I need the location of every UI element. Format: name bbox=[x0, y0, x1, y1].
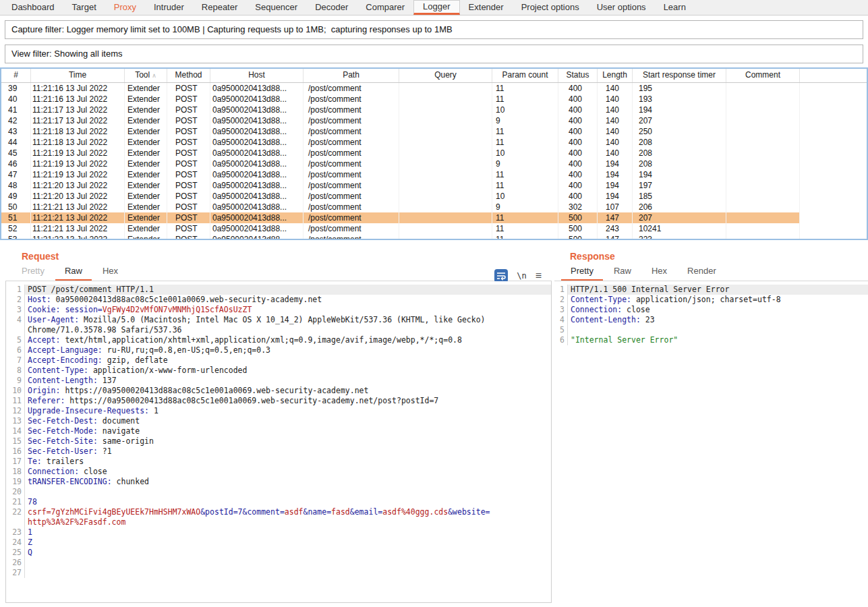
cell: /post/comment bbox=[303, 115, 399, 126]
line-number: 2 bbox=[6, 295, 25, 305]
cell: 11 bbox=[492, 234, 558, 239]
cell: /post/comment bbox=[303, 180, 399, 191]
cell: Extender bbox=[125, 94, 167, 105]
line-content: "Internal Server Error" bbox=[568, 335, 868, 345]
tab-logger[interactable]: Logger bbox=[413, 0, 459, 15]
column-header-status[interactable]: Status bbox=[558, 69, 598, 82]
cell bbox=[726, 137, 800, 148]
tab-pretty[interactable]: Pretty bbox=[561, 263, 603, 281]
request-editor[interactable]: 1POST /post/comment HTTP/1.12Host: 0a950… bbox=[5, 281, 552, 603]
column-header-startresponsetimer[interactable]: Start response timer bbox=[633, 69, 726, 82]
tab-learn[interactable]: Learn bbox=[655, 0, 695, 15]
editor-line: 5 bbox=[554, 325, 868, 335]
cell: POST bbox=[167, 148, 210, 158]
column-header-query[interactable]: Query bbox=[399, 69, 492, 82]
cell: 140 bbox=[598, 94, 633, 105]
tab-dashboard[interactable]: Dashboard bbox=[3, 0, 63, 15]
column-header-comment[interactable]: Comment bbox=[726, 69, 800, 82]
tab-pretty[interactable]: Pretty bbox=[12, 263, 54, 281]
tab-render[interactable]: Render bbox=[678, 263, 726, 281]
column-header-time[interactable]: Time bbox=[31, 69, 125, 82]
column-header-paramcount[interactable]: Param count bbox=[492, 69, 558, 82]
editor-line: 19tRANSFER-ENCODING: chunked bbox=[6, 477, 551, 487]
table-row[interactable]: 4411:21:18 13 Jul 2022ExtenderPOST0a9500… bbox=[1, 137, 800, 148]
response-panel: Response PrettyRawHexRender 1HTTP/1.1 50… bbox=[554, 243, 868, 607]
tab-project-options[interactable]: Project options bbox=[513, 0, 588, 15]
cell: 11 bbox=[492, 83, 558, 94]
tab-raw[interactable]: Raw bbox=[604, 263, 641, 281]
line-number: 21 bbox=[6, 497, 25, 507]
tab-proxy[interactable]: Proxy bbox=[105, 0, 145, 15]
cell: 500 bbox=[558, 223, 598, 234]
table-row[interactable]: 4111:21:17 13 Jul 2022ExtenderPOST0a9500… bbox=[1, 105, 800, 115]
cell bbox=[726, 180, 800, 191]
tab-sequencer[interactable]: Sequencer bbox=[246, 0, 306, 15]
table-row[interactable]: 4611:21:19 13 Jul 2022ExtenderPOST0a9500… bbox=[1, 158, 800, 169]
menu-icon[interactable]: ≡ bbox=[536, 269, 542, 283]
line-number: 27 bbox=[6, 568, 25, 578]
response-editor[interactable]: 1HTTP/1.1 500 Internal Server Error2Cont… bbox=[554, 281, 868, 607]
table-row[interactable]: 3911:21:16 13 Jul 2022ExtenderPOST0a9500… bbox=[1, 83, 800, 94]
tab-decoder[interactable]: Decoder bbox=[306, 0, 357, 15]
tab-comparer[interactable]: Comparer bbox=[357, 0, 413, 15]
column-header-length[interactable]: Length bbox=[598, 69, 633, 82]
cell: 40 bbox=[1, 94, 31, 105]
tab-raw[interactable]: Raw bbox=[55, 263, 92, 281]
table-row[interactable]: 4511:21:19 13 Jul 2022ExtenderPOST0a9500… bbox=[1, 148, 800, 158]
table-row[interactable]: 5111:21:21 13 Jul 2022ExtenderPOST0a9500… bbox=[1, 212, 800, 223]
editor-line: 4Content-Length: 23 bbox=[554, 315, 868, 325]
view-filter-bar[interactable]: View filter: Showing all items bbox=[5, 45, 863, 63]
column-header-method[interactable]: Method bbox=[167, 69, 210, 82]
cell: 207 bbox=[633, 115, 726, 126]
column-header-host[interactable]: Host bbox=[210, 69, 303, 82]
table-row[interactable]: 4211:21:17 13 Jul 2022ExtenderPOST0a9500… bbox=[1, 115, 800, 126]
cell bbox=[399, 223, 492, 234]
cell: Extender bbox=[125, 126, 167, 137]
cell: 207 bbox=[633, 212, 726, 223]
cell: Extender bbox=[125, 83, 167, 94]
table-row[interactable]: 4011:21:16 13 Jul 2022ExtenderPOST0a9500… bbox=[1, 94, 800, 105]
cell: 41 bbox=[1, 105, 31, 115]
tab-repeater[interactable]: Repeater bbox=[193, 0, 246, 15]
tab-user-options[interactable]: User options bbox=[588, 0, 655, 15]
cell: POST bbox=[167, 169, 210, 180]
table-row[interactable]: 4711:21:19 13 Jul 2022ExtenderPOST0a9500… bbox=[1, 169, 800, 180]
tab-target[interactable]: Target bbox=[63, 0, 105, 15]
line-content: Sec-Fetch-User: ?1 bbox=[25, 446, 551, 457]
cell: 47 bbox=[1, 169, 31, 180]
tab-hex[interactable]: Hex bbox=[642, 263, 676, 281]
cell: 500 bbox=[558, 212, 598, 223]
table-row[interactable]: 5311:21:22 13 Jul 2022ExtenderPOST0a9500… bbox=[1, 234, 800, 239]
tab-intruder[interactable]: Intruder bbox=[145, 0, 193, 15]
editor-line: 7Accept-Encoding: gzip, deflate bbox=[6, 355, 551, 366]
cell: 11:21:21 13 Jul 2022 bbox=[31, 202, 125, 212]
table-row[interactable]: 4911:21:20 13 Jul 2022ExtenderPOST0a9500… bbox=[1, 191, 800, 202]
cell: POST bbox=[167, 105, 210, 115]
newline-toggle-icon[interactable]: \n bbox=[517, 271, 526, 281]
line-number: 5 bbox=[6, 335, 25, 345]
table-row[interactable]: 4811:21:20 13 Jul 2022ExtenderPOST0a9500… bbox=[1, 180, 800, 191]
word-wrap-icon[interactable] bbox=[494, 269, 508, 283]
line-content: Cookie: session=VgFWy4D2vMfON7vMNMhjQ1Sc… bbox=[25, 305, 551, 315]
column-header-path[interactable]: Path bbox=[303, 69, 399, 82]
line-number: 23 bbox=[6, 527, 25, 538]
cell: 0a9500020413d88... bbox=[210, 212, 303, 223]
table-row[interactable]: 5211:21:21 13 Jul 2022ExtenderPOST0a9500… bbox=[1, 223, 800, 234]
cell: 194 bbox=[598, 191, 633, 202]
column-header-[interactable]: # bbox=[1, 69, 31, 82]
cell: 11 bbox=[492, 169, 558, 180]
main-tabbar: DashboardTargetProxyIntruderRepeaterSequ… bbox=[0, 0, 868, 16]
cell: 194 bbox=[633, 169, 726, 180]
editor-line: 10Origin: https://0a9500020413d88ac08c5c… bbox=[6, 386, 551, 396]
cell: 11:21:18 13 Jul 2022 bbox=[31, 137, 125, 148]
column-header-tool[interactable]: Tool∧ bbox=[125, 69, 167, 82]
table-row[interactable]: 5011:21:21 13 Jul 2022ExtenderPOST0a9500… bbox=[1, 202, 800, 212]
editor-line: 26 bbox=[6, 558, 551, 568]
table-header: #TimeTool∧MethodHostPathQueryParam count… bbox=[1, 69, 867, 83]
tab-hex[interactable]: Hex bbox=[93, 263, 127, 281]
cell: 197 bbox=[633, 180, 726, 191]
capture-filter-bar[interactable]: Capture filter: Logger memory limit set … bbox=[5, 20, 863, 39]
response-title: Response bbox=[554, 243, 868, 263]
table-row[interactable]: 4311:21:18 13 Jul 2022ExtenderPOST0a9500… bbox=[1, 126, 800, 137]
tab-extender[interactable]: Extender bbox=[460, 0, 513, 15]
